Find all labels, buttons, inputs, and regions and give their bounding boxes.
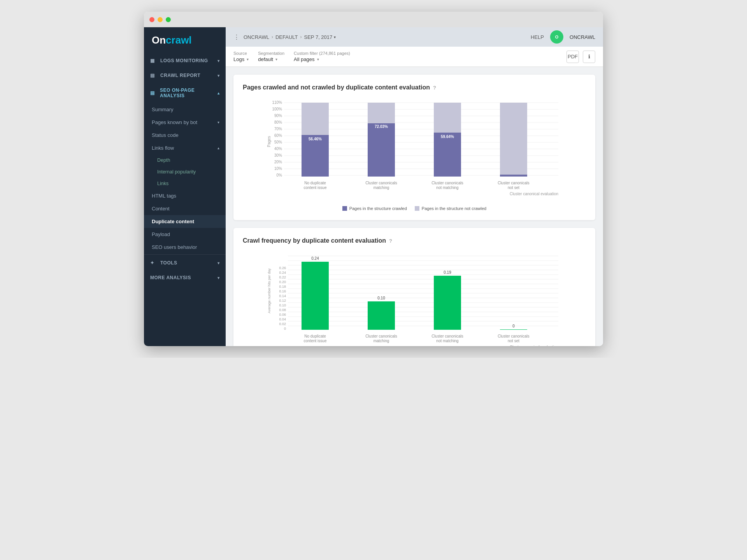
sidebar-item-duplicate-content[interactable]: Duplicate content (144, 215, 226, 228)
svg-text:100%: 100% (272, 107, 282, 111)
sidebar-item-summary[interactable]: Summary (144, 103, 226, 116)
breadcrumb-sep1: › (272, 34, 273, 40)
chart2-title: Crawl frequency by duplicate content eva… (243, 237, 586, 244)
filter-bar: Source Logs ▾ Segmentation default ▾ Cus… (226, 47, 603, 67)
breadcrumb-sep2: › (300, 34, 302, 40)
svg-text:0.22: 0.22 (279, 275, 286, 279)
logo-crawl: crawl (166, 34, 192, 46)
menu-icon[interactable]: ⋮ (233, 33, 240, 41)
svg-text:0.08: 0.08 (279, 308, 286, 312)
chevron-up-icon: ▴ (217, 91, 220, 95)
legend-item-not-crawled: Pages in the structure not crawled (415, 206, 486, 211)
maximize-button[interactable] (166, 17, 171, 22)
svg-text:No duplicate: No duplicate (304, 181, 326, 185)
svg-rect-41 (500, 103, 527, 175)
chart1-help-icon[interactable]: ? (433, 85, 436, 91)
sidebar-item-seo-users[interactable]: SEO users behavior (144, 241, 226, 254)
app-body: Oncrawl ▦ LOGS MONITORING ▾ ▤ CRAWL REPO… (144, 27, 603, 346)
sidebar-item-tools[interactable]: ✦ TOOLS ▾ (144, 256, 226, 270)
minimize-button[interactable] (158, 17, 163, 22)
svg-rect-31 (368, 103, 395, 123)
svg-text:20%: 20% (274, 160, 282, 164)
help-link[interactable]: HELP (531, 34, 544, 40)
svg-text:0.26: 0.26 (279, 266, 286, 270)
svg-text:content issue: content issue (304, 186, 327, 190)
chevron-down-icon: ▾ (217, 120, 219, 124)
source-label: Source (233, 51, 249, 56)
svg-rect-35 (434, 133, 461, 177)
chevron-down-icon: ▾ (217, 59, 220, 63)
seo-icon: ▤ (150, 90, 157, 96)
sidebar-item-status-code[interactable]: Status code (144, 129, 226, 142)
sidebar-item-more-analysis[interactable]: MORE ANALYSIS ▾ (144, 270, 226, 285)
sidebar-item-logs-monitoring[interactable]: ▦ LOGS MONITORING ▾ (144, 53, 226, 68)
breadcrumb-brand: ONCRAWL (244, 34, 269, 40)
titlebar (144, 12, 603, 27)
user-avatar: O (550, 30, 563, 44)
chevron-down-icon: ▾ (217, 261, 220, 265)
svg-rect-76 (302, 262, 329, 330)
svg-text:90%: 90% (274, 114, 282, 118)
crawl-icon: ▤ (150, 73, 157, 78)
svg-text:Cluster canonicals: Cluster canonicals (365, 334, 397, 338)
svg-rect-26 (302, 103, 329, 135)
svg-text:not matching: not matching (436, 186, 458, 190)
filter-segmentation: Segmentation default ▾ (258, 51, 284, 62)
topbar: ⋮ ONCRAWL › DEFAULT › SEP 7, 2017 ▾ HELP… (226, 27, 603, 47)
chart2-svg: 0 0.02 0.04 0.06 0.08 0.10 0.12 0.14 0.1… (243, 252, 586, 346)
source-arrow-icon: ▾ (247, 57, 249, 61)
sidebar-item-html-tags[interactable]: HTML tags (144, 189, 226, 202)
filter-source: Source Logs ▾ (233, 51, 249, 62)
chart-card-1: Pages crawled and not crawled by duplica… (233, 75, 595, 220)
svg-text:10%: 10% (274, 166, 282, 171)
topbar-right: HELP O ONCRAWL (531, 30, 595, 44)
sidebar-item-links-flow[interactable]: Links flow ▴ (144, 142, 226, 154)
sidebar-item-internal-popularity[interactable]: Internal popularity (144, 166, 226, 178)
svg-text:not matching: not matching (436, 339, 458, 343)
pdf-button[interactable]: PDF (566, 51, 579, 63)
legend-item-crawled: Pages in the structure crawled (342, 206, 407, 211)
svg-text:0.12: 0.12 (279, 299, 286, 303)
source-select[interactable]: Logs ▾ (233, 56, 249, 62)
logo: Oncrawl (144, 27, 226, 53)
tools-icon: ✦ (150, 260, 157, 266)
svg-text:70%: 70% (274, 127, 282, 131)
svg-text:0.19: 0.19 (444, 270, 451, 275)
svg-text:0.16: 0.16 (279, 289, 286, 293)
custom-filter-select[interactable]: All pages ▾ (294, 56, 350, 62)
svg-text:0.04: 0.04 (279, 317, 286, 321)
svg-rect-84 (434, 276, 461, 330)
logo-on: On (152, 34, 166, 46)
sidebar-item-depth[interactable]: Depth (144, 154, 226, 166)
svg-text:0: 0 (512, 324, 515, 328)
close-button[interactable] (149, 17, 154, 22)
chart1-title: Pages crawled and not crawled by duplica… (243, 84, 586, 91)
sidebar-item-pages-known[interactable]: Pages known by bot ▾ (144, 116, 226, 129)
main-content: Pages crawled and not crawled by duplica… (226, 67, 603, 346)
sidebar-item-content[interactable]: Content (144, 202, 226, 215)
svg-text:Cluster canonicals: Cluster canonicals (365, 181, 397, 185)
info-button[interactable]: ℹ (583, 51, 595, 63)
sidebar-item-links[interactable]: Links (144, 178, 226, 189)
svg-rect-25 (302, 135, 329, 177)
svg-text:0.10: 0.10 (377, 296, 385, 300)
breadcrumb: ONCRAWL › DEFAULT › SEP 7, 2017 ▾ (244, 34, 336, 40)
svg-text:80%: 80% (274, 120, 282, 124)
svg-rect-80 (368, 301, 395, 330)
chart2-help-icon[interactable]: ? (389, 238, 392, 244)
sidebar-item-seo-onpage[interactable]: ▤ SEO ON-PAGE ANALYSIS ▴ (144, 83, 226, 103)
chart1-legend: Pages in the structure crawled Pages in … (243, 206, 586, 211)
chart1-area: 0% 10% 20% 30% 40% 50% 60% 70% 80% 90% 1… (243, 99, 586, 211)
sidebar-item-crawl-report[interactable]: ▤ CRAWL REPORT ▾ (144, 68, 226, 83)
breadcrumb-date[interactable]: SEP 7, 2017 ▾ (304, 34, 336, 40)
svg-text:Pages: Pages (267, 136, 271, 147)
app-window: Oncrawl ▦ LOGS MONITORING ▾ ▤ CRAWL REPO… (144, 12, 603, 346)
svg-text:0.06: 0.06 (279, 313, 286, 317)
main: ⋮ ONCRAWL › DEFAULT › SEP 7, 2017 ▾ HELP… (226, 27, 603, 346)
logs-icon: ▦ (150, 58, 157, 63)
chevron-down-icon: ▾ (217, 276, 220, 280)
svg-text:content issue: content issue (304, 339, 327, 343)
sidebar-item-payload[interactable]: Payload (144, 228, 226, 241)
svg-text:No duplicate: No duplicate (304, 334, 326, 338)
segmentation-select[interactable]: default ▾ (258, 56, 284, 62)
